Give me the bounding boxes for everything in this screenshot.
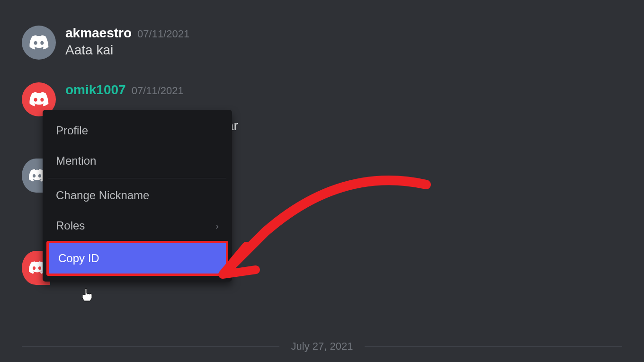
message-header: omik1007 07/11/2021 xyxy=(65,82,644,97)
discord-logo-icon xyxy=(29,35,49,50)
menu-item-label: Copy ID xyxy=(58,252,99,265)
username[interactable]: omik1007 xyxy=(65,82,126,97)
message-row: akmaestro 07/11/2021 Aata kai xyxy=(0,24,644,62)
chevron-right-icon: › xyxy=(215,221,219,231)
menu-item-copy-id[interactable]: Copy ID xyxy=(46,241,228,276)
message-header: akmaestro 07/11/2021 xyxy=(65,26,644,41)
date-divider-label: July 27, 2021 xyxy=(291,340,353,352)
menu-item-label: Change Nickname xyxy=(56,189,149,202)
menu-item-profile[interactable]: Profile xyxy=(43,115,232,146)
timestamp: 07/11/2021 xyxy=(137,28,189,40)
username[interactable]: akmaestro xyxy=(65,26,132,41)
context-menu: Profile Mention Change Nickname Roles › … xyxy=(43,110,232,282)
menu-item-change-nickname[interactable]: Change Nickname xyxy=(43,180,232,211)
date-divider: July 27, 2021 xyxy=(0,340,644,353)
message-content: akmaestro 07/11/2021 Aata kai xyxy=(65,26,644,60)
cursor-pointer-icon xyxy=(80,288,94,303)
menu-divider xyxy=(48,178,226,178)
menu-item-roles[interactable]: Roles › xyxy=(43,211,232,241)
menu-item-label: Roles xyxy=(56,219,85,232)
annotation-arrow-icon xyxy=(208,175,436,289)
message-text: Aata kai xyxy=(65,43,644,58)
avatar[interactable] xyxy=(22,26,56,60)
menu-item-mention[interactable]: Mention xyxy=(43,146,232,176)
chat-area: akmaestro 07/11/2021 Aata kai omik1007 0… xyxy=(0,0,644,118)
timestamp: 07/11/2021 xyxy=(132,85,184,97)
discord-logo-icon xyxy=(29,92,49,107)
menu-item-label: Profile xyxy=(56,124,88,137)
menu-item-label: Mention xyxy=(56,154,96,168)
